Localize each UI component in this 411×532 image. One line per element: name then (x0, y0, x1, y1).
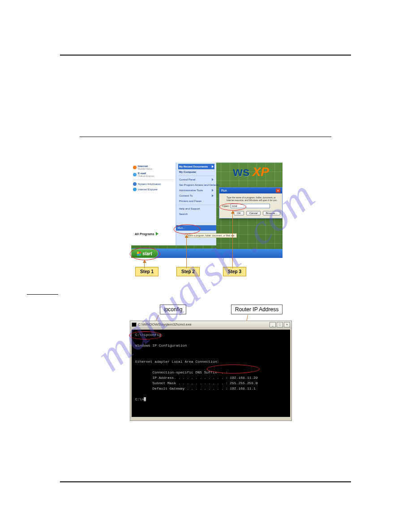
start-item-set-program[interactable]: Set Program Access and Defaults (178, 182, 214, 188)
start-item-internet[interactable]: Internet Mozilla Firefox (133, 164, 174, 171)
step-2-label: Step 2 (176, 267, 200, 276)
internet-sublabel: Mozilla Firefox (138, 167, 152, 170)
browse-button[interactable]: Browse... (263, 211, 280, 215)
start-all-programs[interactable]: All Programs (135, 232, 158, 236)
start-item-connect-to[interactable]: Connect To (178, 193, 214, 198)
close-icon[interactable]: × (276, 189, 280, 193)
cmd-line-2: Windows IP Configuration (135, 343, 187, 348)
divider-mid (80, 137, 331, 137)
submenu-arrow-icon (212, 178, 214, 181)
start-item-ie[interactable]: Internet Explorer (133, 187, 174, 192)
cmd-titlebar: C:\WINDOWS\system32\cmd.exe _ □ × (130, 321, 291, 328)
minimize-button[interactable]: _ (270, 322, 276, 327)
start-item-search[interactable]: Search (178, 211, 214, 217)
ie-icon (133, 188, 137, 191)
run-dialog-title-text: Run (221, 189, 227, 192)
admintools-label: Administrative Tools (179, 189, 203, 192)
start-menu-left-panel: Internet Mozilla Firefox E-mail Outlook … (131, 163, 176, 245)
step-1-label: Step 1 (135, 267, 158, 276)
ok-button[interactable]: OK (234, 211, 244, 215)
cmd-line-3: Ethernet adapter Local Area Connection: (135, 360, 219, 364)
printers-label: Printers and Faxes (179, 200, 201, 202)
cancel-button[interactable]: Cancel (246, 211, 261, 215)
callout-ellipse-ipconfig (129, 331, 162, 339)
run-dialog-description: Type the name of a program, folder, docu… (227, 196, 280, 202)
start-item-email[interactable]: E-mail Outlook Express (133, 171, 174, 178)
start-right-divider2 (178, 205, 214, 205)
setprogram-label: Set Program Access and Defaults (179, 184, 219, 186)
ie-label: Internet Explorer (138, 188, 158, 191)
xp-logo-part1: ws (233, 165, 249, 179)
firefox-icon (133, 166, 137, 169)
cmd-terminal-body[interactable]: C:\>ipconfig Windows IP Configuration Et… (132, 330, 290, 417)
recent-docs-label: My Recent Documents (179, 165, 208, 168)
label-ipconfig-box: ipconfig (160, 305, 186, 314)
start-item-printers[interactable]: Printers and Faxes (178, 198, 214, 204)
help-label: Help and Support (179, 207, 200, 210)
submenu-arrow-icon (212, 189, 214, 192)
start-item-admin-tools[interactable]: Administrative Tools (178, 188, 214, 193)
close-button[interactable]: × (284, 322, 290, 327)
windows-xp-logo: wsXP (233, 165, 269, 179)
arrow-line (232, 214, 233, 268)
arrow-line (144, 263, 145, 268)
label-router-ip-box: Router IP Address (231, 305, 283, 314)
divider-top (60, 55, 351, 56)
cmd-line-7: Default Gateway . . . . . . . . . : 192.… (135, 386, 256, 390)
sysinfo-label: System Information (138, 183, 161, 185)
callout-ellipse-gateway (207, 365, 260, 373)
xp-logo-part2: XP (253, 165, 269, 179)
sysinfo-icon (133, 182, 137, 186)
email-sublabel: Outlook Express (138, 175, 154, 177)
connectto-label: Connect To (179, 194, 193, 197)
divider-bottom (60, 481, 351, 482)
start-item-help[interactable]: Help and Support (178, 206, 214, 211)
arrow-head-icon (231, 210, 235, 214)
search-label: Search (179, 213, 188, 215)
start-item-control-panel[interactable]: Control Panel (178, 177, 214, 182)
start-item-my-computer[interactable]: My Computer (178, 169, 214, 175)
mycomputer-label: My Computer (179, 171, 196, 173)
cmd-line-6: Subnet Mask . . . . . . . . . . . : 255.… (135, 381, 258, 385)
cmd-title-text: C:\WINDOWS\system32\cmd.exe (138, 322, 192, 326)
step-3-label: Step 3 (223, 267, 246, 276)
cmd-line-8: C:\> (135, 397, 144, 401)
callout-ellipse-run (174, 224, 201, 234)
arrow-head-icon (143, 260, 146, 263)
submenu-arrow-icon (212, 194, 214, 197)
cmd-line-5: IP Address. . . . . . . . . . . . : 192.… (135, 376, 258, 380)
all-programs-label: All Programs (135, 232, 154, 236)
callout-ellipse-start (130, 248, 160, 260)
screenshot-start-menu: wsXP Internet Mozilla Firefox E-mail Out… (131, 163, 283, 256)
arrow-head-icon (185, 235, 188, 238)
start-left-divider (133, 180, 174, 180)
start-right-divider1 (178, 176, 214, 176)
divider-small (27, 294, 58, 295)
arrow-right-icon (156, 232, 158, 236)
run-tooltip: Opens a program, folder, document, or We… (185, 233, 237, 238)
cmd-cursor: _ (144, 397, 146, 401)
cmd-icon (132, 322, 137, 327)
outlook-icon (133, 173, 137, 176)
arrow-line (186, 238, 187, 268)
run-dialog-titlebar: Run × (219, 188, 282, 193)
maximize-button[interactable]: □ (277, 322, 283, 327)
start-item-recent-documents[interactable]: My Recent Documents (178, 164, 214, 169)
controlpanel-label: Control Panel (179, 178, 195, 181)
page-root: manualsh .com wsXP Internet Mozilla Fire… (0, 0, 411, 532)
callout-ellipse-cmd (219, 203, 246, 210)
run-dialog: Run × Type the name of a program, folder… (219, 187, 283, 219)
start-item-sysinfo[interactable]: System Information (133, 181, 174, 187)
submenu-arrow-icon (212, 165, 214, 168)
